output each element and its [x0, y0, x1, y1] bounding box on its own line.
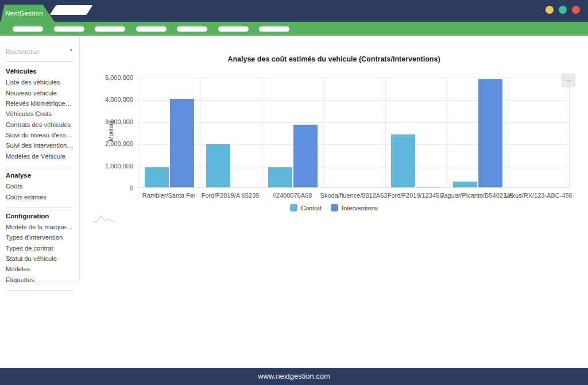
nav-pill[interactable] [54, 26, 84, 32]
sidebar-item[interactable]: Véhicules Costs [6, 109, 74, 119]
search-input[interactable] [6, 48, 63, 55]
nav-pill[interactable] [177, 26, 207, 32]
footer-url[interactable]: www.nextgestion.com [258, 372, 330, 380]
sidebar-item[interactable]: Liste des véhicules [6, 77, 74, 87]
dot-red-icon[interactable] [572, 6, 580, 14]
sidebar-section-title: Analyse [6, 172, 74, 179]
sidebar-item[interactable]: Nouveau véhicule [6, 87, 74, 98]
sidebar-item[interactable]: Types de contrat [6, 243, 74, 253]
nav-pill[interactable] [95, 26, 125, 32]
nav-pill[interactable] [259, 26, 289, 32]
nav-pill[interactable] [136, 26, 167, 32]
legend-swatch [290, 204, 297, 211]
brand-logo[interactable]: NextGestion [1, 5, 55, 22]
divider [6, 167, 74, 167]
x-tick-label: Lexus/RX/123-ABC-456 [490, 192, 587, 199]
bar-contrat[interactable] [391, 134, 415, 187]
y-tick-label: 1,000,000 [87, 163, 133, 170]
gridline [509, 78, 509, 187]
sidebar-item[interactable]: Modèles de Véhicule [6, 151, 74, 161]
sidebar-item[interactable]: Modèles [6, 264, 74, 274]
gridline [323, 78, 324, 187]
main-content: Analyse des coût estimés du vehicule (Co… [80, 36, 588, 368]
sidebar-item[interactable]: Relevés kilométrique des ... [6, 98, 74, 109]
sidebar-menu: VéhiculesListe des véhiculesNouveau véhi… [6, 68, 74, 291]
sidebar-item[interactable]: Coûts estimés [6, 191, 74, 202]
sidebar-item[interactable]: Suivi des interventions su... [6, 140, 74, 151]
sidebar-item[interactable]: Coûts [6, 181, 74, 191]
sidebar-item[interactable]: Modèle de la marque du v... [6, 222, 74, 232]
sparkline-icon [92, 213, 115, 225]
gridline [138, 100, 569, 101]
sidebar-section-title: Configuration [6, 213, 74, 220]
dot-teal-icon[interactable] [559, 6, 567, 14]
bar-contrat[interactable] [145, 167, 169, 187]
gridline [262, 78, 262, 187]
legend-label: Contrat [301, 205, 322, 211]
search-row: ▾ [6, 46, 74, 62]
gridline [138, 122, 569, 123]
sidebar-item[interactable]: Étiquettes [6, 275, 74, 285]
gridline [447, 78, 447, 187]
titlebar: NextGestion [0, 0, 588, 22]
footer-bar: www.nextgestion.com [0, 368, 588, 385]
chart-title: Analyse des coût estimés du vehicule (Co… [80, 55, 588, 63]
divider [6, 207, 74, 208]
window-controls [546, 6, 580, 14]
nav-pill[interactable] [218, 26, 249, 32]
sidebar-item[interactable]: Contrats des véhicules [6, 120, 74, 130]
sidebar: ▾ VéhiculesListe des véhiculesNouveau vé… [0, 36, 80, 282]
bar-contrat[interactable] [268, 167, 292, 187]
gridline [138, 144, 569, 145]
bar-contrat[interactable] [206, 144, 230, 187]
nav-pill[interactable] [13, 26, 43, 32]
gridline [385, 78, 386, 187]
nav-bar [0, 22, 588, 36]
legend-item[interactable]: Contrat [290, 204, 322, 211]
y-tick-label: 4,000,000 [87, 96, 133, 103]
divider [6, 290, 74, 291]
gridline [138, 167, 569, 167]
legend-label: Interventions [342, 205, 378, 211]
sidebar-section: ConfigurationModèle de la marque du v...… [6, 213, 74, 285]
sidebar-section: VéhiculesListe des véhiculesNouveau véhi… [6, 68, 74, 161]
y-tick-label: 3,000,000 [87, 118, 133, 125]
chart-plot [138, 78, 570, 188]
sidebar-section: AnalyseCoûtsCoûts estimés [6, 172, 74, 202]
app-window: NextGestion ▾ VéhiculesListe des véhicul… [0, 0, 588, 385]
sidebar-section-title: Véhicules [6, 68, 74, 75]
gridline [200, 78, 200, 187]
legend-swatch [331, 204, 338, 211]
bar-interventions[interactable] [416, 187, 440, 187]
bar-interventions[interactable] [170, 99, 194, 187]
ghost-tab [49, 5, 92, 15]
sidebar-item[interactable]: Statut du véhicule [6, 253, 74, 264]
bar-contrat[interactable] [453, 182, 477, 187]
brand-label: NextGestion [5, 10, 42, 17]
y-tick-label: 5,000,000 [87, 74, 133, 81]
chart-legend: ContratInterventions [80, 204, 588, 211]
chevron-down-icon[interactable]: ▾ [69, 47, 72, 53]
bar-interventions[interactable] [478, 79, 502, 187]
bar-interventions[interactable] [293, 125, 318, 187]
dot-yellow-icon[interactable] [546, 6, 554, 14]
sidebar-item[interactable]: Suivi du niveau d'essence [6, 130, 74, 140]
y-tick-label: 0 [87, 184, 133, 191]
legend-item[interactable]: Interventions [331, 204, 378, 211]
sidebar-item[interactable]: Types d'intervention [6, 232, 74, 242]
y-tick-label: 2,000,000 [87, 140, 133, 147]
